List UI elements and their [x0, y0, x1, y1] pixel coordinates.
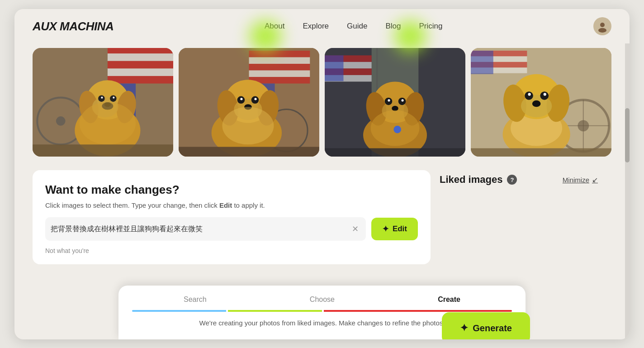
not-what-row: Not what you're: [45, 247, 418, 254]
nav-guide[interactable]: Guide: [347, 22, 367, 31]
image-card-1[interactable]: [33, 48, 173, 157]
liked-title: Liked images: [440, 174, 502, 186]
svg-point-60: [388, 99, 390, 101]
svg-rect-23: [33, 144, 173, 157]
liked-header: Liked images ? Minimize ↙: [440, 174, 598, 186]
changes-card: Want to make changes? Click images to se…: [33, 170, 431, 264]
divider-choose: [228, 310, 322, 312]
svg-rect-3: [108, 48, 173, 53]
subtitle-bold: Edit: [219, 201, 232, 209]
generate-button[interactable]: ✦ Generate: [442, 312, 530, 339]
minimize-icon: ↙: [592, 176, 598, 184]
workflow-steps: Search Choose Create: [132, 296, 512, 304]
clear-button[interactable]: ✕: [350, 224, 360, 234]
minimize-label: Minimize: [563, 176, 589, 184]
svg-rect-6: [108, 68, 173, 76]
changes-title: Want to make changes?: [45, 183, 418, 197]
svg-rect-28: [249, 64, 310, 71]
workflow-step-create[interactable]: Create: [438, 296, 460, 304]
svg-point-64: [393, 126, 401, 133]
svg-rect-51: [325, 55, 343, 81]
svg-point-40: [240, 98, 242, 100]
workflow-step-choose[interactable]: Choose: [310, 296, 335, 304]
svg-point-22: [80, 102, 136, 144]
workflow-divider: [132, 310, 512, 312]
svg-rect-65: [325, 148, 465, 157]
svg-point-87: [532, 100, 541, 107]
generate-sparkle-icon: ✦: [460, 322, 468, 334]
svg-point-17: [110, 95, 117, 102]
edit-row: ✕ ✦ Edit: [45, 217, 418, 241]
svg-point-62: [392, 106, 398, 111]
svg-rect-44: [179, 147, 319, 157]
svg-rect-29: [249, 71, 310, 77]
edit-input[interactable]: [51, 225, 350, 233]
help-label: ?: [510, 176, 514, 183]
image-card-4[interactable]: [471, 48, 611, 157]
svg-rect-7: [108, 76, 173, 84]
edit-button-label: Edit: [393, 224, 407, 234]
liked-help-button[interactable]: ?: [507, 175, 517, 185]
svg-point-85: [528, 93, 530, 95]
divider-create: [324, 310, 512, 312]
subtitle-suffix: to apply it.: [232, 201, 265, 209]
svg-rect-88: [471, 148, 611, 157]
changes-subtitle: Click images to select them. Type your c…: [45, 201, 418, 209]
avatar[interactable]: [593, 17, 611, 35]
minimize-button[interactable]: Minimize ↙: [563, 176, 598, 184]
logo: AUX MACHINA: [33, 19, 114, 33]
not-what-text: Not what you're: [45, 247, 89, 254]
generate-button-label: Generate: [473, 323, 512, 334]
navbar: AUX MACHINA About Explore Guide Blog Pri…: [14, 9, 630, 43]
svg-point-84: [540, 91, 549, 100]
workflow-step-search[interactable]: Search: [184, 296, 207, 304]
image-grid: [14, 48, 630, 170]
edit-button[interactable]: ✦ Edit: [371, 218, 418, 240]
svg-point-43: [222, 107, 274, 144]
svg-point-18: [101, 97, 103, 99]
nav-explore[interactable]: Explore: [303, 22, 329, 31]
svg-point-19: [113, 97, 114, 99]
svg-rect-26: [249, 51, 310, 57]
svg-point-16: [98, 95, 105, 102]
svg-point-83: [525, 91, 533, 100]
bottom-panel: Want to make changes? Click images to se…: [14, 170, 630, 278]
divider-search: [132, 310, 226, 312]
svg-point-41: [254, 98, 256, 100]
svg-point-10: [56, 116, 66, 126]
svg-rect-5: [108, 61, 173, 69]
subtitle-prefix: Click images to select them. Type your c…: [45, 201, 219, 209]
image-card-3[interactable]: [325, 48, 465, 157]
image-card-2[interactable]: [179, 48, 319, 157]
main-card: AUX MACHINA About Explore Guide Blog Pri…: [14, 9, 630, 339]
sparkle-icon: ✦: [382, 224, 389, 234]
svg-point-86: [544, 93, 546, 95]
blur-dot-right: [394, 20, 426, 52]
svg-rect-4: [108, 53, 173, 61]
liked-panel: Liked images ? Minimize ↙: [440, 170, 598, 193]
svg-rect-76: [471, 51, 493, 74]
svg-point-0: [600, 23, 605, 27]
svg-point-1: [598, 28, 606, 33]
blur-dot-left: [250, 20, 281, 52]
edit-input-wrap: ✕: [45, 217, 366, 241]
scrollbar-thumb[interactable]: [625, 108, 630, 162]
workflow-overlay: Search Choose Create We're creating your…: [118, 286, 526, 339]
svg-rect-27: [249, 57, 310, 64]
svg-point-61: [401, 99, 403, 101]
